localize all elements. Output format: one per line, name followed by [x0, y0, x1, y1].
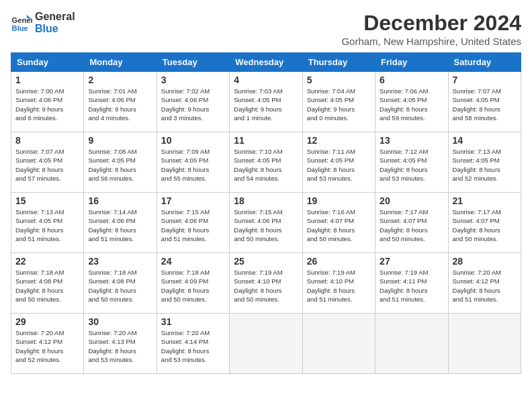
day-info: Sunrise: 7:12 AM Sunset: 4:05 PM Dayligh… [380, 147, 443, 183]
day-number: 1 [15, 75, 79, 85]
day-number: 19 [307, 195, 371, 206]
day-number: 22 [15, 256, 79, 267]
logo-icon: General Blue [11, 12, 32, 34]
day-number: 12 [307, 135, 371, 146]
calendar-cell: 18Sunrise: 7:15 AM Sunset: 4:06 PM Dayli… [230, 193, 302, 253]
day-info: Sunrise: 7:14 AM Sunset: 4:06 PM Dayligh… [88, 208, 152, 243]
svg-text:Blue: Blue [12, 24, 28, 32]
calendar-cell: 10Sunrise: 7:09 AM Sunset: 4:05 PM Dayli… [157, 132, 229, 193]
day-info: Sunrise: 7:17 AM Sunset: 4:07 PM Dayligh… [380, 208, 443, 243]
calendar-cell: 4Sunrise: 7:03 AM Sunset: 4:05 PM Daylig… [230, 72, 302, 132]
day-info: Sunrise: 7:18 AM Sunset: 4:08 PM Dayligh… [88, 268, 152, 304]
day-info: Sunrise: 7:10 AM Sunset: 4:05 PM Dayligh… [234, 147, 298, 183]
day-info: Sunrise: 7:17 AM Sunset: 4:07 PM Dayligh… [453, 208, 517, 243]
calendar-cell: 30Sunrise: 7:20 AM Sunset: 4:13 PM Dayli… [84, 314, 157, 374]
day-info: Sunrise: 7:00 AM Sunset: 4:06 PM Dayligh… [15, 87, 79, 122]
day-number: 8 [15, 135, 79, 146]
day-info: Sunrise: 7:18 AM Sunset: 4:08 PM Dayligh… [15, 268, 79, 304]
calendar-cell: 28Sunrise: 7:20 AM Sunset: 4:12 PM Dayli… [448, 253, 521, 314]
calendar-cell: 11Sunrise: 7:10 AM Sunset: 4:05 PM Dayli… [230, 132, 302, 193]
day-info: Sunrise: 7:09 AM Sunset: 4:05 PM Dayligh… [161, 147, 225, 183]
calendar-cell: 15Sunrise: 7:13 AM Sunset: 4:05 PM Dayli… [11, 193, 84, 253]
calendar-cell [448, 314, 521, 374]
day-info: Sunrise: 7:03 AM Sunset: 4:05 PM Dayligh… [234, 87, 298, 122]
logo: General Blue General Blue [11, 11, 75, 34]
day-info: Sunrise: 7:13 AM Sunset: 4:05 PM Dayligh… [453, 147, 517, 183]
calendar-cell: 31Sunrise: 7:20 AM Sunset: 4:14 PM Dayli… [157, 314, 229, 374]
day-number: 3 [161, 75, 225, 85]
calendar-cell [302, 314, 375, 374]
day-number: 25 [234, 256, 298, 267]
week-row-1: 1Sunrise: 7:00 AM Sunset: 4:06 PM Daylig… [11, 72, 521, 132]
day-number: 14 [453, 135, 517, 146]
header-row: SundayMondayTuesdayWednesdayThursdayFrid… [11, 53, 521, 72]
day-number: 4 [234, 75, 298, 85]
day-info: Sunrise: 7:20 AM Sunset: 4:12 PM Dayligh… [15, 328, 79, 364]
day-info: Sunrise: 7:07 AM Sunset: 4:05 PM Dayligh… [15, 147, 79, 183]
calendar-table: SundayMondayTuesdayWednesdayThursdayFrid… [11, 52, 521, 374]
calendar-cell: 9Sunrise: 7:08 AM Sunset: 4:05 PM Daylig… [84, 132, 157, 193]
day-info: Sunrise: 7:01 AM Sunset: 4:06 PM Dayligh… [88, 87, 152, 122]
col-header-saturday: Saturday [448, 53, 521, 72]
week-row-3: 15Sunrise: 7:13 AM Sunset: 4:05 PM Dayli… [11, 193, 521, 253]
day-number: 17 [161, 195, 225, 206]
day-info: Sunrise: 7:20 AM Sunset: 4:13 PM Dayligh… [88, 328, 152, 364]
week-row-2: 8Sunrise: 7:07 AM Sunset: 4:05 PM Daylig… [11, 132, 521, 193]
col-header-monday: Monday [84, 53, 157, 72]
col-header-thursday: Thursday [302, 53, 375, 72]
calendar-cell [230, 314, 302, 374]
day-number: 5 [307, 75, 371, 85]
header: General Blue General Blue December 2024 … [11, 11, 521, 47]
calendar-cell: 6Sunrise: 7:06 AM Sunset: 4:05 PM Daylig… [375, 72, 448, 132]
calendar-cell: 2Sunrise: 7:01 AM Sunset: 4:06 PM Daylig… [84, 72, 157, 132]
calendar-cell: 25Sunrise: 7:19 AM Sunset: 4:10 PM Dayli… [230, 253, 302, 314]
calendar-cell: 29Sunrise: 7:20 AM Sunset: 4:12 PM Dayli… [11, 314, 84, 374]
calendar-cell: 22Sunrise: 7:18 AM Sunset: 4:08 PM Dayli… [11, 253, 84, 314]
day-info: Sunrise: 7:19 AM Sunset: 4:11 PM Dayligh… [380, 268, 443, 304]
day-number: 11 [234, 135, 298, 146]
day-info: Sunrise: 7:04 AM Sunset: 4:05 PM Dayligh… [307, 87, 371, 122]
calendar-cell: 3Sunrise: 7:02 AM Sunset: 4:06 PM Daylig… [157, 72, 229, 132]
day-number: 27 [380, 256, 443, 267]
day-info: Sunrise: 7:20 AM Sunset: 4:12 PM Dayligh… [453, 268, 517, 304]
calendar-cell [375, 314, 448, 374]
calendar-cell: 5Sunrise: 7:04 AM Sunset: 4:05 PM Daylig… [302, 72, 375, 132]
day-number: 23 [88, 256, 152, 267]
calendar-cell: 26Sunrise: 7:19 AM Sunset: 4:10 PM Dayli… [302, 253, 375, 314]
day-info: Sunrise: 7:15 AM Sunset: 4:06 PM Dayligh… [234, 208, 298, 243]
day-info: Sunrise: 7:02 AM Sunset: 4:06 PM Dayligh… [161, 87, 225, 122]
calendar-cell: 17Sunrise: 7:15 AM Sunset: 4:06 PM Dayli… [157, 193, 229, 253]
logo-line1: General [35, 11, 75, 23]
day-info: Sunrise: 7:18 AM Sunset: 4:09 PM Dayligh… [161, 268, 225, 304]
day-number: 9 [88, 135, 152, 146]
day-number: 21 [453, 195, 517, 206]
day-number: 18 [234, 195, 298, 206]
calendar-cell: 20Sunrise: 7:17 AM Sunset: 4:07 PM Dayli… [375, 193, 448, 253]
day-info: Sunrise: 7:15 AM Sunset: 4:06 PM Dayligh… [161, 208, 225, 243]
day-number: 16 [88, 195, 152, 206]
calendar-cell: 16Sunrise: 7:14 AM Sunset: 4:06 PM Dayli… [84, 193, 157, 253]
logo-line2: Blue [35, 23, 75, 35]
day-number: 2 [88, 75, 152, 85]
day-number: 29 [15, 316, 79, 327]
calendar-cell: 27Sunrise: 7:19 AM Sunset: 4:11 PM Dayli… [375, 253, 448, 314]
day-info: Sunrise: 7:19 AM Sunset: 4:10 PM Dayligh… [234, 268, 298, 304]
day-number: 20 [380, 195, 443, 206]
calendar-cell: 19Sunrise: 7:16 AM Sunset: 4:07 PM Dayli… [302, 193, 375, 253]
col-header-friday: Friday [375, 53, 448, 72]
week-row-4: 22Sunrise: 7:18 AM Sunset: 4:08 PM Dayli… [11, 253, 521, 314]
day-info: Sunrise: 7:19 AM Sunset: 4:10 PM Dayligh… [307, 268, 371, 304]
calendar-cell: 1Sunrise: 7:00 AM Sunset: 4:06 PM Daylig… [11, 72, 84, 132]
calendar-cell: 24Sunrise: 7:18 AM Sunset: 4:09 PM Dayli… [157, 253, 229, 314]
day-number: 30 [88, 316, 152, 327]
day-info: Sunrise: 7:13 AM Sunset: 4:05 PM Dayligh… [15, 208, 79, 243]
location-subtitle: Gorham, New Hampshire, United States [341, 36, 521, 47]
calendar-cell: 7Sunrise: 7:07 AM Sunset: 4:05 PM Daylig… [448, 72, 521, 132]
week-row-5: 29Sunrise: 7:20 AM Sunset: 4:12 PM Dayli… [11, 314, 521, 374]
day-number: 26 [307, 256, 371, 267]
calendar-cell: 21Sunrise: 7:17 AM Sunset: 4:07 PM Dayli… [448, 193, 521, 253]
day-number: 7 [453, 75, 517, 85]
col-header-tuesday: Tuesday [157, 53, 229, 72]
day-number: 10 [161, 135, 225, 146]
day-number: 13 [380, 135, 443, 146]
